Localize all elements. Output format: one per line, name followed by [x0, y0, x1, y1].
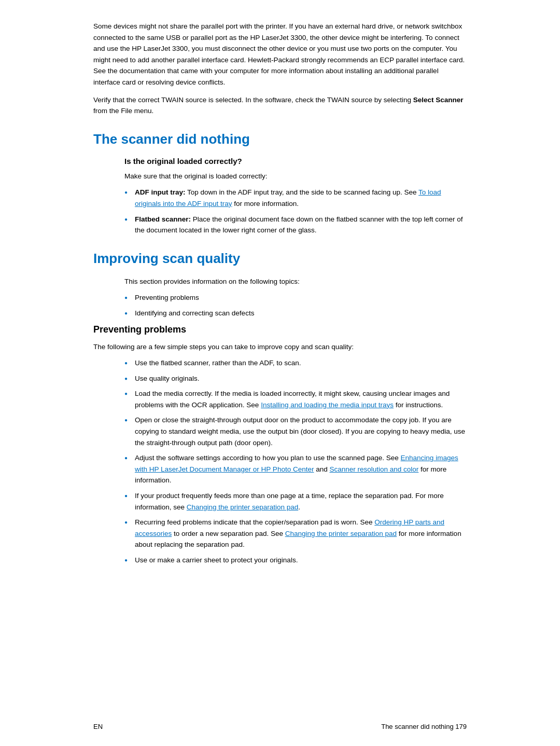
- section2-sub1-heading: Preventing problems: [93, 324, 467, 335]
- flatbed-bold: Flatbed scanner:: [135, 215, 191, 223]
- bullet7-text1: Recurring feed problems indicate that th…: [135, 518, 374, 526]
- list-item: Adjust the software settings according t…: [124, 452, 467, 486]
- bullet7-text2: to order a new separation pad. See: [172, 530, 285, 537]
- list-item: Use the flatbed scanner, rather than the…: [124, 357, 467, 369]
- bullet5-text1: Adjust the software settings according t…: [135, 454, 401, 462]
- section2-topics-list: Preventing problems Identifying and corr…: [124, 292, 467, 319]
- changing-sep-pad-link2[interactable]: Changing the printer separation pad: [285, 530, 397, 537]
- intro-para2: Verify that the correct TWAIN source is …: [93, 94, 467, 117]
- list-item: Identifying and correcting scan defects: [124, 308, 467, 319]
- intro-para2-prefix: Verify that the correct TWAIN source is …: [93, 96, 413, 104]
- preventing-problems-list: Use the flatbed scanner, rather than the…: [124, 357, 467, 566]
- list-item: Use quality originals.: [124, 373, 467, 384]
- section1-sub1-intro: Make sure that the original is loaded co…: [124, 171, 467, 182]
- section2-intro: This section provides information on the…: [124, 276, 467, 287]
- bullet4-text: Open or close the straight-through outpu…: [135, 416, 465, 446]
- list-item: ADF input tray: Top down in the ADF inpu…: [124, 187, 467, 209]
- adf-text2: for more information.: [232, 200, 299, 208]
- list-item: Flatbed scanner: Place the original docu…: [124, 214, 467, 236]
- bullet1-text: Use the flatbed scanner, rather than the…: [135, 359, 301, 367]
- footer-right: The scanner did nothing 179: [381, 723, 467, 730]
- list-item: Preventing problems: [124, 292, 467, 303]
- list-item: Open or close the straight-through outpu…: [124, 415, 467, 448]
- bullet6-text2: .: [298, 503, 300, 511]
- section2-heading: Improving scan quality: [93, 251, 467, 267]
- section1-heading: The scanner did nothing: [93, 131, 467, 147]
- bullet2-text: Use quality originals.: [135, 375, 200, 382]
- section1-sub1-heading: Is the original loaded correctly?: [124, 157, 467, 165]
- list-item: Load the media correctly. If the media i…: [124, 388, 467, 410]
- scanner-resolution-link[interactable]: Scanner resolution and color: [329, 465, 418, 473]
- section2-sub1-intro: The following are a few simple steps you…: [93, 341, 467, 353]
- bullet8-text: Use or make a carrier sheet to protect y…: [135, 556, 298, 564]
- adf-text: Top down in the ADF input tray, and the …: [187, 188, 418, 196]
- list-item: Recurring feed problems indicate that th…: [124, 517, 467, 550]
- list-item: Use or make a carrier sheet to protect y…: [124, 555, 467, 566]
- intro-para2-bold: Select Scanner: [413, 96, 464, 104]
- adf-bold: ADF input tray:: [135, 188, 186, 196]
- section1-bullet-list: ADF input tray: Top down in the ADF inpu…: [124, 187, 467, 236]
- intro-para1: Some devices might not share the paralle…: [93, 21, 467, 88]
- changing-sep-pad-link1[interactable]: Changing the printer separation pad: [187, 503, 298, 511]
- bullet3-text2: for instructions.: [394, 401, 443, 409]
- media-trays-link[interactable]: Installing and loading the media input t…: [261, 401, 394, 409]
- bullet5-text2: and: [314, 465, 329, 473]
- footer-left: EN: [93, 723, 103, 730]
- intro-para2-suffix: from the File menu.: [93, 107, 153, 115]
- page-footer: EN The scanner did nothing 179: [0, 723, 560, 730]
- list-item: If your product frequently feeds more th…: [124, 490, 467, 513]
